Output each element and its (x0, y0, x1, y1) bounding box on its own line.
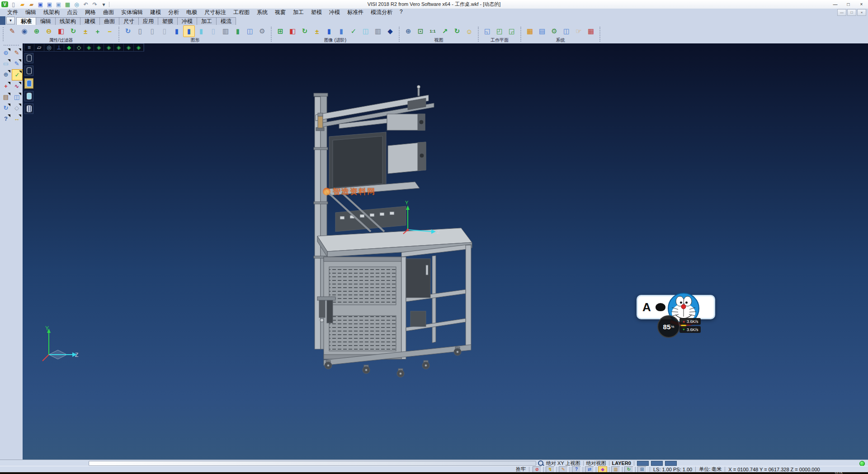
toggle-image-icon[interactable]: ± (311, 25, 323, 37)
display-shaded-icon[interactable] (24, 78, 33, 89)
menu-item[interactable]: 模流分析 (367, 9, 396, 16)
menu-item[interactable]: 加工 (289, 9, 307, 16)
shaded-edges-mode-icon[interactable]: ▮ (183, 25, 195, 37)
visi-logo[interactable]: V (1, 1, 8, 7)
zoom-extents-icon[interactable]: ⊡ (415, 25, 426, 37)
graphics-options-icon[interactable]: ⚙ (256, 25, 268, 37)
delete-entity-icon[interactable]: ✎ (12, 47, 22, 58)
color-table-icon[interactable]: ▦ (524, 25, 536, 37)
visibility-filter-icon[interactable]: ◧ (55, 25, 67, 37)
context-help-icon[interactable]: ? (572, 466, 581, 473)
wcs-origin-icon[interactable]: + (1, 81, 11, 91)
menu-item[interactable]: 工程图 (230, 9, 253, 16)
ribbon-tab[interactable]: 曲面 (99, 17, 119, 25)
auto-regen-icon[interactable]: ↻ (624, 466, 633, 473)
view-top-icon[interactable]: ◆ (64, 44, 74, 51)
view-traffic-filter-icon[interactable]: ◧ (287, 25, 298, 37)
render-view-icon[interactable]: ◎ (44, 44, 54, 51)
toolbar-grip[interactable] (3, 27, 4, 41)
menu-item[interactable]: 塑模 (307, 9, 326, 16)
menu-item[interactable]: 系统 (253, 9, 271, 16)
display-transparent-icon[interactable] (24, 91, 33, 101)
hide-all-icon[interactable]: − (104, 25, 116, 37)
undo-icon[interactable]: ↶ (82, 1, 90, 8)
smart-snap-icon[interactable]: ↯ (546, 466, 555, 473)
viewports-icon[interactable]: ⊞ (637, 466, 646, 473)
ribbon-tab[interactable]: 冲模 (177, 17, 197, 25)
workplane-entity-icon[interactable]: ◰ (494, 25, 505, 37)
menu-item[interactable]: 网格 (81, 9, 99, 16)
menu-item[interactable]: 标准件 (344, 9, 367, 16)
dashed-hidden-mode-icon[interactable]: ▯ (159, 25, 170, 37)
help-icon[interactable]: ? (1, 114, 11, 124)
zoom-dynamic-icon[interactable]: ⊕ (1, 69, 11, 80)
toolbox-grip[interactable] (4, 45, 19, 46)
print-icon[interactable]: ▦ (64, 1, 71, 8)
save-as-icon[interactable]: ▣ (46, 1, 53, 8)
attributes-info-icon[interactable]: ◉ (19, 25, 30, 37)
layer-manager-icon[interactable]: ▥ (611, 466, 620, 473)
menu-item[interactable]: 线架构 (40, 9, 63, 16)
workplane-xy-icon[interactable]: ◱ (481, 25, 493, 37)
mdi-minimize-button[interactable]: — (837, 9, 846, 16)
verify-shading-icon[interactable]: ✓ (348, 25, 359, 37)
modify-attributes-icon[interactable]: ✎ (6, 25, 18, 37)
workplane-display-icon[interactable]: ▱ (34, 44, 44, 51)
toolbar-dropdown-button[interactable]: ▼ (6, 17, 15, 24)
search-icon[interactable] (538, 460, 543, 466)
customize-toolbar-icon[interactable]: ▾ (100, 1, 108, 8)
menu-item[interactable]: 冲模 (326, 9, 344, 16)
view-back-icon[interactable]: ◈ (94, 44, 104, 51)
view-iso-icon[interactable]: ◈ (124, 44, 134, 51)
axis-display-icon[interactable]: ⊥ (54, 44, 64, 51)
render-update-icon[interactable]: ▮ (232, 25, 244, 37)
view-front-icon[interactable]: ◈ (84, 44, 94, 51)
menu-item[interactable]: 曲面 (99, 9, 118, 16)
regenerate-icon[interactable]: ↻ (1, 103, 11, 113)
menu-item[interactable]: 电极 (183, 9, 201, 16)
active-layer-label[interactable]: LAYER0 (612, 460, 631, 466)
shaded-mode-icon[interactable]: ▮ (171, 25, 183, 37)
ribbon-tab[interactable]: 标准 (16, 17, 36, 25)
add-view-entities-icon[interactable]: ⊞ (274, 25, 286, 37)
preview-icon[interactable]: ◎ (73, 1, 80, 8)
wireframe-mode-icon[interactable]: ▯ (134, 25, 146, 37)
new-file-icon[interactable]: ▯ (9, 1, 17, 8)
display-hatched-icon[interactable] (24, 104, 33, 114)
section-view-icon[interactable]: ▮ (335, 25, 347, 37)
shading-cube-icon[interactable]: ◇ (12, 103, 22, 113)
plane-selection-icon[interactable]: ▭ (1, 58, 11, 69)
zoom-window-icon[interactable]: ⊕ (402, 25, 414, 37)
refresh-image-icon[interactable]: ↻ (299, 25, 311, 37)
ribbon-tab[interactable]: 编辑 (36, 17, 56, 25)
toggle-visibility-icon[interactable]: ± (80, 25, 91, 37)
options-icon[interactable]: ⚙ (548, 25, 560, 37)
workplane-lock-icon[interactable]: ◆ (598, 466, 607, 473)
hide-entities-icon[interactable]: ⊖ (43, 25, 55, 37)
selection-settings-icon[interactable]: ☞ (573, 25, 585, 37)
minimize-button[interactable]: — (829, 0, 842, 9)
close-button[interactable]: × (855, 0, 868, 9)
copy-graphics-icon[interactable]: ◫ (244, 25, 256, 37)
mdi-close-button[interactable]: × (857, 9, 866, 16)
ribbon-tab[interactable]: 尺寸 (119, 17, 139, 25)
stamp-tool-icon[interactable]: ✎ (559, 466, 568, 473)
system-config-icon[interactable]: ▤ (536, 25, 548, 37)
view-swatch-2[interactable] (651, 461, 663, 466)
menu-item[interactable]: 实体编辑 (118, 9, 146, 16)
view-iso-wire-icon[interactable]: ◇ (74, 44, 84, 51)
snap-off-icon[interactable]: ⊘ (533, 466, 542, 473)
view-right-icon[interactable]: ◈ (114, 44, 124, 51)
maximize-button[interactable]: □ (842, 0, 855, 9)
save-all-icon[interactable]: ▣ (55, 1, 62, 8)
viewport-menu-icon[interactable]: ≡ (24, 44, 34, 51)
viewport-3d[interactable]: Y Z Y Z ≡▱◎⊥◆◇◈◈◈◈◈◈ (23, 43, 868, 460)
attribute-layers-icon[interactable]: ▤ (1, 92, 11, 102)
hatched-mode-icon[interactable]: ▥ (220, 25, 231, 37)
display-hidden-icon[interactable] (24, 66, 33, 76)
window-tile-icon[interactable]: ◫ (12, 92, 22, 102)
view-shading-icon[interactable]: ☺ (463, 25, 475, 37)
sketch-edit-icon[interactable]: ✎ (12, 58, 22, 69)
save-icon[interactable]: ▣ (37, 1, 44, 8)
menu-item[interactable]: 分析 (165, 9, 183, 16)
